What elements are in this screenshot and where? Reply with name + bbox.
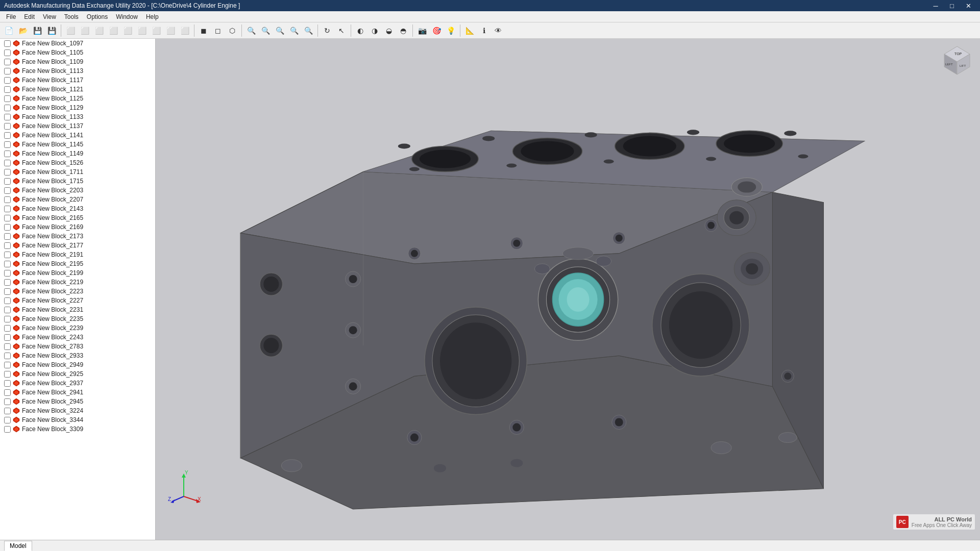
- tree-item[interactable]: Face New Block_2937: [0, 379, 155, 388]
- tree-item[interactable]: Face New Block_2227: [0, 296, 155, 305]
- tree-item-checkbox[interactable]: [4, 187, 11, 194]
- tree-item-checkbox[interactable]: [4, 169, 11, 176]
- tree-item[interactable]: Face New Block_2143: [0, 204, 155, 213]
- tree-item[interactable]: Face New Block_1129: [0, 103, 155, 112]
- tree-item-checkbox[interactable]: [4, 408, 11, 414]
- menu-item-file[interactable]: File: [2, 12, 20, 21]
- tree-item[interactable]: Face New Block_2195: [0, 259, 155, 268]
- box9-button[interactable]: ⬜: [178, 24, 191, 37]
- tree-item-checkbox[interactable]: [4, 380, 11, 387]
- tree-item[interactable]: Face New Block_1137: [0, 121, 155, 131]
- tree-item-checkbox[interactable]: [4, 86, 11, 93]
- tree-item[interactable]: Face New Block_2191: [0, 250, 155, 259]
- shade3-button[interactable]: ◒: [382, 24, 396, 37]
- shade1-button[interactable]: ◐: [354, 24, 367, 37]
- tree-item-checkbox[interactable]: [4, 105, 11, 111]
- box3-button[interactable]: ⬜: [92, 24, 106, 37]
- tree-item[interactable]: Face New Block_2925: [0, 369, 155, 379]
- light-button[interactable]: 💡: [444, 24, 457, 37]
- select-button[interactable]: ↖: [335, 24, 348, 37]
- view-cube[interactable]: TOP LEFT LIFT: [939, 44, 975, 80]
- tree-item-checkbox[interactable]: [4, 261, 11, 267]
- tree-item-checkbox[interactable]: [4, 151, 11, 157]
- tree-item[interactable]: Face New Block_3344: [0, 415, 155, 424]
- box8-button[interactable]: ⬜: [164, 24, 177, 37]
- tree-item-checkbox[interactable]: [4, 426, 11, 433]
- tree-item-checkbox[interactable]: [4, 297, 11, 304]
- tree-item[interactable]: Face New Block_1526: [0, 158, 155, 167]
- tree-item-checkbox[interactable]: [4, 224, 11, 231]
- tree-item[interactable]: Face New Block_2231: [0, 305, 155, 314]
- tree-item[interactable]: Face New Block_3224: [0, 406, 155, 415]
- tree-item-checkbox[interactable]: [4, 343, 11, 350]
- tree-item[interactable]: Face New Block_1141: [0, 131, 155, 140]
- save-button[interactable]: 💾: [31, 24, 44, 37]
- tree-item[interactable]: Face New Block_1121: [0, 85, 155, 94]
- tree-item-checkbox[interactable]: [4, 40, 11, 47]
- tree-item-checkbox[interactable]: [4, 353, 11, 359]
- tree-item[interactable]: Face New Block_2945: [0, 397, 155, 406]
- tree-item[interactable]: Face New Block_2933: [0, 351, 155, 360]
- info-button[interactable]: ℹ: [477, 24, 491, 37]
- camera-button[interactable]: 📷: [415, 24, 429, 37]
- tree-item[interactable]: Face New Block_2949: [0, 360, 155, 369]
- tree-item-checkbox[interactable]: [4, 59, 11, 65]
- tree-item[interactable]: Face New Block_2783: [0, 342, 155, 351]
- tree-item-checkbox[interactable]: [4, 114, 11, 120]
- rotate-button[interactable]: ↻: [321, 24, 334, 37]
- menu-item-help[interactable]: Help: [142, 12, 163, 21]
- shade4-button[interactable]: ◓: [397, 24, 410, 37]
- tree-item-checkbox[interactable]: [4, 178, 11, 185]
- zoom-all-button[interactable]: 🔍: [244, 24, 258, 37]
- tree-item-checkbox[interactable]: [4, 307, 11, 313]
- tree-item[interactable]: Face New Block_3309: [0, 424, 155, 434]
- menu-item-view[interactable]: View: [39, 12, 60, 21]
- menu-item-options[interactable]: Options: [83, 12, 112, 21]
- box5-button[interactable]: ⬜: [121, 24, 134, 37]
- menu-item-window[interactable]: Window: [112, 12, 142, 21]
- tree-item-checkbox[interactable]: [4, 95, 11, 102]
- tree-item-checkbox[interactable]: [4, 49, 11, 56]
- wire-button[interactable]: ⬡: [226, 24, 239, 37]
- tree-item[interactable]: Face New Block_2199: [0, 268, 155, 278]
- tree-item-checkbox[interactable]: [4, 160, 11, 166]
- tree-item[interactable]: Face New Block_2173: [0, 232, 155, 241]
- tree-item-checkbox[interactable]: [4, 196, 11, 203]
- display-button[interactable]: 👁: [492, 24, 505, 37]
- restore-button[interactable]: □: [944, 0, 960, 11]
- viewport[interactable]: Y X Z TOP LE: [156, 39, 980, 540]
- tree-item[interactable]: Face New Block_1133: [0, 112, 155, 121]
- box1-button[interactable]: ⬜: [64, 24, 77, 37]
- tree-item[interactable]: Face New Block_1711: [0, 167, 155, 177]
- tree-item[interactable]: Face New Block_2223: [0, 287, 155, 296]
- tree-item-checkbox[interactable]: [4, 316, 11, 322]
- save-as-button[interactable]: 💾: [45, 24, 58, 37]
- box6-button[interactable]: ⬜: [135, 24, 149, 37]
- tree-item-checkbox[interactable]: [4, 288, 11, 295]
- box4-button[interactable]: ⬜: [107, 24, 120, 37]
- tree-item[interactable]: Face New Block_1113: [0, 66, 155, 76]
- cube3d-button[interactable]: ◼: [197, 24, 210, 37]
- tree-item-checkbox[interactable]: [4, 77, 11, 84]
- flat-button[interactable]: ◻: [211, 24, 225, 37]
- tree-item[interactable]: Face New Block_2219: [0, 278, 155, 287]
- tree-item-checkbox[interactable]: [4, 123, 11, 130]
- tree-item-checkbox[interactable]: [4, 68, 11, 74]
- tree-item[interactable]: Face New Block_1105: [0, 48, 155, 57]
- tree-item[interactable]: Face New Block_2207: [0, 195, 155, 204]
- model-tab[interactable]: Model: [4, 541, 32, 551]
- zoom-out-button[interactable]: 🔍: [273, 24, 286, 37]
- tree-item-checkbox[interactable]: [4, 325, 11, 332]
- tree-item-checkbox[interactable]: [4, 334, 11, 341]
- tree-item-checkbox[interactable]: [4, 252, 11, 258]
- tree-item[interactable]: Face New Block_2243: [0, 333, 155, 342]
- tree-item-checkbox[interactable]: [4, 417, 11, 423]
- tree-item[interactable]: Face New Block_2169: [0, 222, 155, 232]
- target-button[interactable]: 🎯: [430, 24, 443, 37]
- menu-item-edit[interactable]: Edit: [20, 12, 39, 21]
- zoom-window-button[interactable]: 🔍: [287, 24, 301, 37]
- tree-item-checkbox[interactable]: [4, 389, 11, 396]
- box2-button[interactable]: ⬜: [78, 24, 91, 37]
- tree-item[interactable]: Face New Block_2239: [0, 323, 155, 333]
- tree-item[interactable]: Face New Block_2177: [0, 241, 155, 250]
